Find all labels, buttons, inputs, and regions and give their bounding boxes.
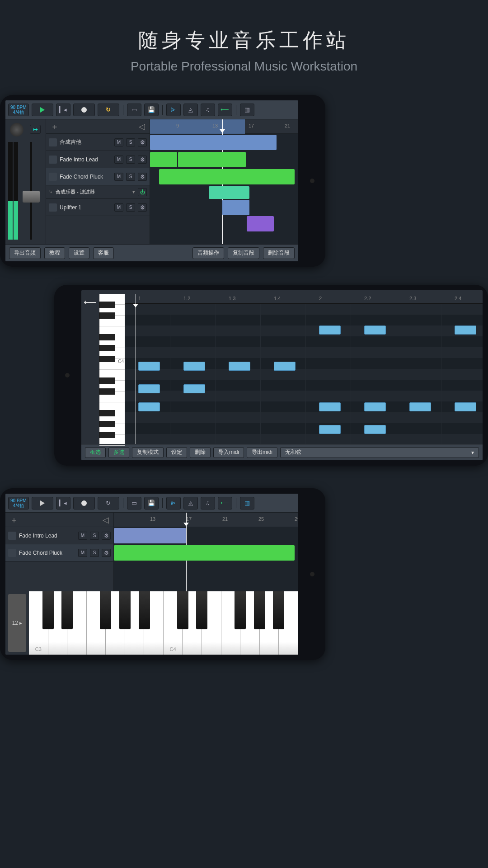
gear-icon[interactable]: ⚙ [138,173,147,181]
midi-note[interactable] [319,402,341,411]
add-track-icon[interactable]: ＋ [51,121,59,132]
midi-note[interactable] [138,384,160,393]
midi-note[interactable] [455,402,476,411]
snap-button[interactable]: ⟵ [218,104,232,116]
midi-note[interactable] [274,362,296,371]
track-row[interactable]: Fade Intro Lead M S ⚙ [46,151,150,168]
playhead[interactable] [136,294,136,444]
keyboard-button[interactable]: ▥ [240,104,254,116]
copy-mode-button[interactable]: 复制模式 [132,447,164,458]
add-track-icon[interactable]: ＋ [10,514,18,525]
mute-button[interactable]: M [114,173,123,181]
loop-button[interactable]: ↻ [98,104,119,116]
notes-button[interactable]: ♫ [201,104,215,116]
midi-note[interactable] [409,402,431,411]
instrument-subrow[interactable]: ⤷ 合成乐器 - 滤波器 ▾ ⏻ [46,185,150,199]
insert-button[interactable]: ↦ [30,125,41,134]
gear-icon[interactable]: ⚙ [102,549,111,557]
solo-button[interactable]: S [126,173,135,181]
audio-clip[interactable] [150,135,277,150]
save-button[interactable]: 💾 [144,497,159,509]
export-audio-button[interactable]: 导出音频 [9,247,41,259]
midi-note[interactable] [364,425,386,434]
midi-note[interactable] [183,362,205,371]
midi-note[interactable] [455,326,476,335]
audio-ops-button[interactable]: 音频操作 [192,247,224,259]
record-button[interactable] [73,497,95,509]
delete-button[interactable]: 删除 [190,447,211,458]
track-row[interactable]: Uplifter 1 M S ⚙ [46,199,150,216]
midi-note[interactable] [138,362,160,371]
import-midi-button[interactable]: 导入midi [213,447,244,458]
folder-button[interactable]: ▭ [127,104,141,116]
rewind-button[interactable]: ▎◂ [56,497,70,509]
pan-knob[interactable] [10,123,23,137]
chord-select[interactable]: 无和弦▾ [280,447,479,458]
midi-note[interactable] [364,402,386,411]
folder-button[interactable]: ▭ [127,497,141,509]
keyboard[interactable]: C3 C4 [29,591,298,655]
piano-keys[interactable]: C4 [99,294,125,444]
back-button[interactable]: ⟵ [81,294,99,444]
box-select-button[interactable]: 框选 [85,447,106,458]
loop-button[interactable]: ↻ [98,497,119,509]
multi-select-button[interactable]: 多选 [108,447,129,458]
midi-clip[interactable] [150,152,177,167]
timeline[interactable]: 9 13 17 21 [150,119,298,244]
midi-note[interactable] [183,384,205,393]
gear-icon[interactable]: ⚙ [138,203,147,212]
volume-fader[interactable] [22,142,41,240]
midi-clip[interactable] [159,169,295,184]
play-button[interactable] [32,497,53,509]
set-button[interactable]: 设定 [166,447,187,458]
gear-icon[interactable]: ⚙ [102,532,111,540]
keyboard-button[interactable]: ▥ [240,497,254,509]
midi-clip[interactable] [178,152,246,167]
mixer-button[interactable]: ⫸ [166,497,181,509]
mute-button[interactable]: M [114,156,123,164]
collapse-icon[interactable]: ◁ [103,515,109,525]
audio-clip[interactable] [222,200,249,215]
mute-button[interactable]: M [78,532,87,540]
gear-icon[interactable]: ⚙ [138,138,147,146]
solo-button[interactable]: S [90,549,99,557]
track-row[interactable]: Fade Intro Lead M S ⚙ [5,527,113,544]
tempo-button[interactable]: 90 BPM4/4拍 [8,104,29,116]
timeline[interactable]: 13 17 21 25 29 [114,513,298,591]
midi-clip[interactable] [114,528,186,543]
octave-label[interactable]: 12 ▸ [8,594,26,652]
piano-roll-grid[interactable]: 1 1.2 1.3 1.4 2 2.2 2.3 2.4 [125,294,483,444]
midi-note[interactable] [229,362,250,371]
mute-button[interactable]: M [114,138,123,146]
midi-clip[interactable] [114,545,295,561]
solo-button[interactable]: S [126,203,135,212]
collapse-icon[interactable]: ◁ [139,122,145,132]
power-button[interactable]: ⏻ [138,188,147,196]
track-row[interactable]: Fade Chord Pluck M S ⚙ [5,544,113,561]
play-button[interactable] [32,104,53,116]
save-button[interactable]: 💾 [144,104,159,116]
solo-button[interactable]: S [90,532,99,540]
export-midi-button[interactable]: 导出midi [247,447,277,458]
rewind-button[interactable]: ▎◂ [56,104,70,116]
metronome-button[interactable]: ◬ [183,497,198,509]
record-button[interactable] [73,104,95,116]
tutorial-button[interactable]: 教程 [44,247,65,259]
mute-button[interactable]: M [114,203,123,212]
snap-button[interactable]: ⟵ [218,497,232,509]
mute-button[interactable]: M [78,549,87,557]
audio-clip[interactable] [247,216,274,231]
ruler[interactable]: 13 17 21 25 29 [114,513,298,527]
metronome-button[interactable]: ◬ [183,104,198,116]
tempo-button[interactable]: 90 BPM4/4拍 [8,497,29,509]
midi-note[interactable] [364,326,386,335]
notes-button[interactable]: ♫ [201,497,215,509]
solo-button[interactable]: S [126,156,135,164]
mixer-button[interactable]: ⫸ [166,104,181,116]
midi-note[interactable] [138,402,160,411]
track-row[interactable]: Fade Chord Pluck M S ⚙ [46,168,150,185]
midi-note[interactable] [319,425,341,434]
copy-segment-button[interactable]: 复制音段 [228,247,259,259]
settings-button[interactable]: 设置 [69,247,89,259]
gear-icon[interactable]: ⚙ [138,156,147,164]
